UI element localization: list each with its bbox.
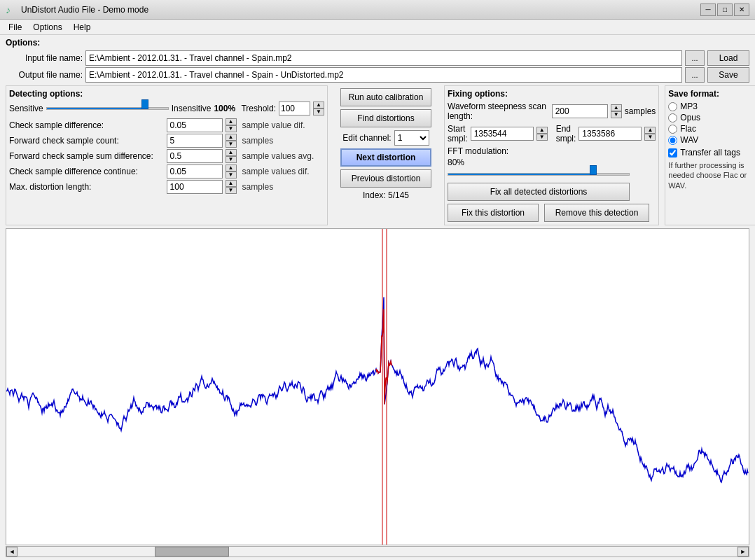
steepness-label: Waveform steepness scan length: bbox=[448, 102, 549, 121]
fix-title: Fixing options: bbox=[448, 89, 656, 99]
edit-channel-label: Edit channel: bbox=[342, 133, 391, 143]
save-button[interactable]: Save bbox=[707, 67, 749, 83]
radio-opus[interactable] bbox=[668, 113, 677, 122]
find-distortions-button[interactable]: Find distortions bbox=[340, 109, 431, 127]
threshold-input[interactable] bbox=[279, 102, 310, 115]
remove-detection-button[interactable]: Remove this detection bbox=[544, 204, 649, 222]
fix-all-button[interactable]: Fix all detected distortions bbox=[448, 183, 630, 201]
param-spin-up-1[interactable]: ▲ bbox=[226, 134, 237, 141]
mid-panel: Run auto calibration Find distortions Ed… bbox=[333, 85, 438, 225]
fix-panel: Fixing options: Waveform steepness scan … bbox=[444, 85, 659, 225]
title-text: UnDistort Audio File - Demo mode bbox=[21, 5, 700, 15]
param-input-0[interactable] bbox=[167, 118, 223, 132]
title-buttons: ─ □ ✕ bbox=[700, 4, 749, 16]
param-spin-up-0[interactable]: ▲ bbox=[226, 118, 237, 125]
start-smpl-spin-down[interactable]: ▼ bbox=[536, 134, 548, 141]
menu-help[interactable]: Help bbox=[68, 21, 97, 34]
detect-panel: Detecting options: Sensitive Insensitive… bbox=[6, 85, 328, 225]
transfer-checkbox[interactable] bbox=[668, 148, 677, 158]
param-label-4: Max. distortion length: bbox=[9, 182, 164, 192]
input-file-label: Input file name: bbox=[6, 53, 83, 63]
radio-flac[interactable] bbox=[668, 125, 677, 134]
save-note: If further processing is needed choose F… bbox=[668, 160, 755, 190]
start-smpl-spin-up[interactable]: ▲ bbox=[536, 127, 548, 134]
radio-wav-label: WAV bbox=[680, 135, 698, 145]
radio-flac-label: Flac bbox=[680, 124, 696, 134]
sensitive-label: Sensitive bbox=[9, 104, 43, 113]
radio-wav[interactable] bbox=[668, 136, 677, 145]
input-file-input[interactable] bbox=[85, 50, 682, 66]
param-spin-down-2[interactable]: ▼ bbox=[226, 156, 237, 163]
scroll-left-button[interactable]: ◄ bbox=[6, 547, 18, 556]
app-icon: ♪ bbox=[6, 4, 17, 15]
param-label-2: Forward check sample sum difference: bbox=[9, 151, 164, 161]
fix-this-button[interactable]: Fix this distortion bbox=[448, 204, 539, 222]
save-panel: Save format: MP3 Opus Flac WAV Transfer … bbox=[665, 85, 755, 225]
steepness-spin-up[interactable]: ▲ bbox=[611, 104, 622, 111]
param-unit-0: sample value dif. bbox=[242, 120, 324, 130]
edit-channel-select[interactable]: 1 2 bbox=[394, 130, 429, 146]
radio-mp3[interactable] bbox=[668, 102, 677, 111]
transfer-label: Transfer all tags bbox=[680, 148, 740, 158]
menu-options[interactable]: Options bbox=[27, 21, 67, 34]
waveform-canvas bbox=[6, 229, 749, 545]
scrollbar[interactable]: ◄ ► bbox=[6, 546, 749, 557]
waveform-area[interactable] bbox=[6, 228, 749, 545]
maximize-button[interactable]: □ bbox=[717, 4, 733, 16]
start-smpl-input[interactable] bbox=[471, 127, 534, 141]
param-label-0: Check sample difference: bbox=[9, 120, 164, 130]
param-spin-down-3[interactable]: ▼ bbox=[226, 172, 237, 178]
end-smpl-input[interactable] bbox=[579, 127, 642, 141]
steepness-input[interactable] bbox=[552, 104, 608, 118]
output-file-input[interactable] bbox=[85, 67, 682, 83]
param-spin-up-3[interactable]: ▲ bbox=[226, 164, 237, 172]
menubar: File Options Help bbox=[0, 20, 755, 35]
load-button[interactable]: Load bbox=[707, 50, 749, 66]
sensitivity-slider[interactable] bbox=[46, 103, 169, 114]
minimize-button[interactable]: ─ bbox=[700, 4, 716, 16]
param-spin-up-4[interactable]: ▲ bbox=[226, 180, 237, 187]
scroll-right-button[interactable]: ► bbox=[737, 547, 749, 556]
param-input-3[interactable] bbox=[167, 164, 223, 178]
save-title: Save format: bbox=[668, 89, 755, 99]
param-label-1: Forward check sample count: bbox=[9, 136, 164, 146]
steepness-spin-down[interactable]: ▼ bbox=[611, 111, 622, 118]
title-bar: ♪ UnDistort Audio File - Demo mode ─ □ ✕ bbox=[0, 0, 755, 20]
end-smpl-spin-up[interactable]: ▲ bbox=[644, 127, 656, 134]
index-label: Index: 5/145 bbox=[363, 190, 409, 200]
start-smpl-label: Start smpl: bbox=[448, 124, 468, 144]
output-browse-button[interactable]: ... bbox=[685, 67, 705, 83]
fft-label: FFT modulation: bbox=[448, 146, 656, 156]
menu-file[interactable]: File bbox=[3, 21, 27, 34]
sensitivity-percent: 100% bbox=[214, 104, 238, 113]
next-distortion-button[interactable]: Next distortion bbox=[340, 148, 431, 167]
threshold-spin-down[interactable]: ▼ bbox=[313, 108, 324, 115]
auto-calibration-button[interactable]: Run auto calibration bbox=[340, 88, 431, 106]
output-file-label: Output file name: bbox=[6, 70, 83, 80]
param-input-4[interactable] bbox=[167, 180, 223, 194]
scrollbar-thumb[interactable] bbox=[155, 547, 229, 556]
param-input-1[interactable] bbox=[167, 134, 223, 148]
param-spin-down-0[interactable]: ▼ bbox=[226, 125, 237, 132]
param-unit-4: samples bbox=[242, 182, 324, 192]
radio-mp3-label: MP3 bbox=[680, 102, 698, 111]
input-browse-button[interactable]: ... bbox=[685, 50, 705, 66]
param-spin-down-4[interactable]: ▼ bbox=[226, 187, 237, 194]
fft-slider[interactable] bbox=[448, 169, 630, 180]
param-spin-down-1[interactable]: ▼ bbox=[226, 141, 237, 148]
threshold-spin-up[interactable]: ▲ bbox=[313, 102, 324, 108]
param-input-2[interactable] bbox=[167, 149, 223, 163]
param-spin-up-2[interactable]: ▲ bbox=[226, 149, 237, 156]
param-unit-2: sample values avg. bbox=[242, 151, 324, 161]
threshold-label: Treshold: bbox=[241, 104, 276, 113]
insensitive-label: Insensitive bbox=[172, 104, 212, 113]
steepness-unit: samples bbox=[625, 106, 656, 116]
end-smpl-spin-down[interactable]: ▼ bbox=[644, 134, 656, 141]
radio-opus-label: Opus bbox=[680, 113, 700, 122]
detect-title: Detecting options: bbox=[9, 89, 324, 99]
close-button[interactable]: ✕ bbox=[734, 4, 749, 16]
param-label-3: Check sample difference continue: bbox=[9, 167, 164, 176]
fft-percent: 80% bbox=[448, 158, 656, 167]
previous-distortion-button[interactable]: Previous distortion bbox=[340, 169, 431, 188]
end-smpl-label: End smpl: bbox=[556, 124, 576, 144]
